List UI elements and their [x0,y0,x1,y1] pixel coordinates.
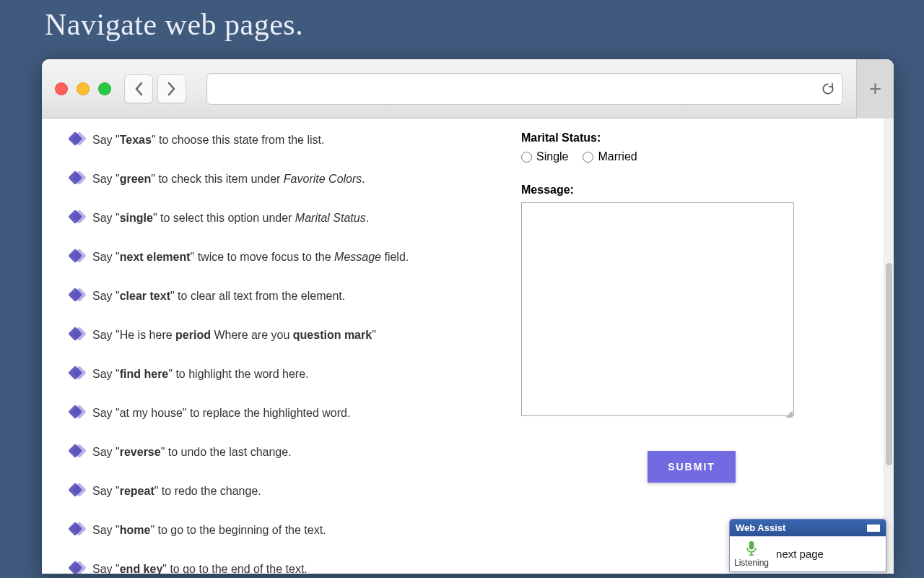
diamond-bullet-icon [70,522,84,536]
diamond-bullet-icon [70,366,84,380]
address-input[interactable] [214,82,821,95]
instruction-text: Say "Texas" to choose this state from th… [92,134,324,146]
back-button[interactable] [124,74,153,103]
instruction-text: Say "He is here period Where are you que… [92,329,376,341]
forward-button[interactable] [157,74,186,103]
instruction-item: Say "find here" to highlight the word he… [72,366,476,383]
web-assist-title: Web Assist [736,522,785,533]
diamond-bullet-icon [70,444,84,458]
browser-chrome: + [42,59,894,118]
instruction-item: Say "clear text" to clear all text from … [72,288,476,305]
instruction-text: Say "end key" to go to the end of the te… [92,563,308,574]
instruction-list: Say "Texas" to choose this state from th… [72,131,476,574]
web-assist-body: Listening next page [730,536,886,571]
instruction-item: Say "at my house" to replace the highlig… [72,405,476,422]
web-assist-command: next page [776,548,824,560]
marital-status-group: Single Married [521,150,862,163]
instruction-text: Say "single" to select this option under… [92,212,369,224]
instruction-item: Say "Texas" to choose this state from th… [72,131,476,149]
message-label: Message: [521,184,862,197]
instruction-item: Say "reverse" to undo the last change. [72,444,476,461]
radio-label: Single [536,150,568,163]
instruction-item: Say "repeat" to redo the change. [72,483,476,500]
browser-window: + Say "Texas" to choose this state from … [42,59,894,574]
instruction-text: Say "green" to check this item under Fav… [92,173,365,185]
diamond-bullet-icon [70,405,84,419]
instruction-item: Say "end key" to go to the end of the te… [72,561,476,574]
page-title: Navigate web pages. [45,7,924,42]
minimize-icon[interactable] [867,525,880,532]
diamond-bullet-icon [70,171,84,185]
new-tab-button[interactable]: + [856,59,894,118]
instruction-text: Say "clear text" to clear all text from … [92,290,345,302]
instruction-item: Say "home" to go to the beginning of the… [72,522,476,539]
diamond-bullet-icon [70,249,84,263]
diamond-bullet-icon [70,327,84,341]
address-bar[interactable] [206,73,843,105]
traffic-lights [55,82,111,95]
svg-rect-0 [749,541,754,550]
reload-icon[interactable] [821,82,835,96]
marital-status-label: Marital Status: [521,131,862,144]
instruction-text: Say "next element" twice to move focus t… [92,251,409,263]
chevron-left-icon [134,82,144,96]
submit-button[interactable]: SUBMIT [648,451,736,483]
instruction-text: Say "reverse" to undo the last change. [92,446,292,458]
diamond-bullet-icon [70,483,84,497]
instruction-item: Say "He is here period Where are you que… [72,327,476,344]
instruction-text: Say "repeat" to redo the change. [92,485,261,497]
marital-option-married[interactable]: Married [583,150,637,163]
form-column: Marital Status: Single Married Message: [515,131,862,574]
diamond-bullet-icon [70,561,84,574]
instruction-text: Say "at my house" to replace the highlig… [92,407,350,419]
radio-label: Married [598,150,637,163]
instruction-text: Say "find here" to highlight the word he… [92,368,309,380]
web-assist-status: Listening [734,558,769,567]
close-window-icon[interactable] [55,82,68,95]
diamond-bullet-icon [70,131,84,146]
maximize-window-icon[interactable] [98,82,111,95]
microphone-icon [744,540,759,557]
marital-option-single[interactable]: Single [521,150,568,163]
message-textarea[interactable] [521,202,794,416]
web-assist-widget[interactable]: Web Assist Listening next page [729,519,886,572]
web-assist-header[interactable]: Web Assist [730,519,886,536]
scrollbar-track[interactable] [884,118,894,574]
scrollbar-thumb[interactable] [886,263,892,465]
diamond-bullet-icon [70,288,84,302]
browser-viewport: Say "Texas" to choose this state from th… [42,118,894,574]
radio-married[interactable] [583,152,593,163]
minimize-window-icon[interactable] [77,82,90,95]
instruction-item: Say "single" to select this option under… [72,210,476,227]
diamond-bullet-icon [70,210,84,224]
instruction-item: Say "green" to check this item under Fav… [72,171,476,188]
chevron-right-icon [167,82,177,96]
instruction-text: Say "home" to go to the beginning of the… [92,524,326,536]
plus-icon: + [869,77,882,101]
radio-single[interactable] [521,152,532,163]
instructions-column: Say "Texas" to choose this state from th… [72,131,476,574]
instruction-item: Say "next element" twice to move focus t… [72,249,476,266]
